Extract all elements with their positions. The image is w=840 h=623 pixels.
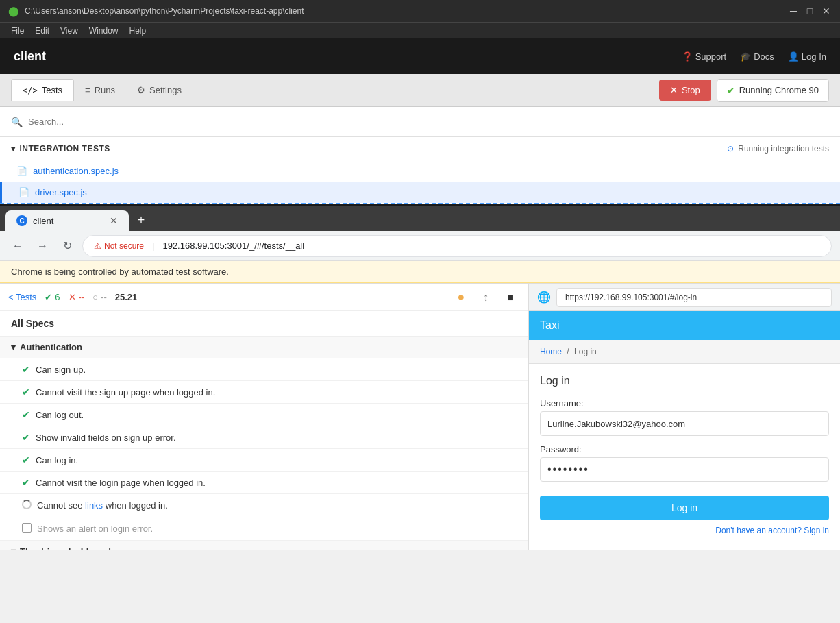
auth-section-header[interactable]: ▾ Authentication <box>0 337 528 358</box>
cypress-back-button[interactable]: < Tests <box>8 292 36 302</box>
driver-section-title: The driver dashboard <box>20 546 111 550</box>
test-label-3: Can log out. <box>36 410 84 420</box>
not-secure-icon: ⚠ Not secure <box>94 241 144 251</box>
section-title: ▾ INTEGRATION TESTS <box>11 144 110 154</box>
login-button[interactable]: Log in <box>540 496 829 520</box>
browser-url-text: https://192.168.99.105:3001/#/log-in <box>565 293 697 302</box>
automated-banner: Chrome is being controlled by automated … <box>0 261 840 283</box>
breadcrumb-page: Log in <box>574 347 597 356</box>
taxi-form: Log in Username: Password: Log in Don't … <box>529 364 840 546</box>
spec-name-driver: driver.spec.js <box>35 187 87 197</box>
cypress-pending-count: ○ -- <box>92 292 107 302</box>
chrome-forward-button[interactable]: → <box>33 236 52 256</box>
tests-icon: </> <box>23 86 38 95</box>
pending-count: -- <box>101 292 107 302</box>
search-input[interactable] <box>28 117 829 127</box>
test-label: Can sign up. <box>36 365 86 375</box>
test-label-7: Cannot see links when logged in. <box>37 500 168 511</box>
running-status: ✔ Running Chrome 90 <box>717 79 829 102</box>
username-group: Username: <box>540 398 829 436</box>
tab-runs-label: Runs <box>95 85 115 95</box>
stop-button[interactable]: ✕ Stop <box>659 80 711 101</box>
tab-tests-label: Tests <box>42 85 62 95</box>
file-icon: 📄 <box>16 166 27 176</box>
inner-content: < Tests ✔ 6 ✕ -- ○ -- 25.21 ● ↕ <box>0 283 840 550</box>
breadcrumb-home[interactable]: Home <box>540 347 562 356</box>
test-can-log-out: ✔ Can log out. <box>0 404 528 426</box>
menu-edit[interactable]: Edit <box>29 25 55 37</box>
chrome-tab-close-button[interactable]: ✕ <box>110 215 118 226</box>
cypress-yellow-dot[interactable]: ● <box>452 288 471 307</box>
close-button[interactable]: ✕ <box>821 5 832 16</box>
spec-name-auth: authentication.spec.js <box>33 166 119 176</box>
chrome-active-tab[interactable]: C client ✕ <box>5 210 129 231</box>
menu-window[interactable]: Window <box>84 25 124 37</box>
circle-icon: ○ <box>92 292 98 302</box>
search-icon: 🔍 <box>11 117 23 127</box>
title-path: C:\Users\anson\Desktop\anson\python\Pych… <box>25 6 788 16</box>
nav-support-label: Support <box>695 51 727 62</box>
test-show-invalid-fields: ✔ Show invalid fields on sign up error. <box>0 426 528 449</box>
cypress-header: < Tests ✔ 6 ✕ -- ○ -- 25.21 ● ↕ <box>0 284 528 311</box>
pass-check-icon-2: ✔ <box>22 387 30 398</box>
password-label: Password: <box>540 444 829 454</box>
browser-toolbar: 🌐 https://192.168.99.105:3001/#/log-in <box>529 284 840 311</box>
spec-authentication[interactable]: 📄 authentication.spec.js <box>0 160 840 182</box>
globe-icon: 🌐 <box>537 291 551 304</box>
cypress-stop-button[interactable]: ■ <box>501 288 520 307</box>
menu-help[interactable]: Help <box>124 25 152 37</box>
window-controls: ─ □ ✕ <box>788 5 832 16</box>
chrome-reload-button[interactable]: ↻ <box>58 236 77 256</box>
nav-login[interactable]: 👤 Log In <box>788 51 826 62</box>
tab-settings[interactable]: ⚙ Settings <box>126 80 193 101</box>
app-icon: ⬤ <box>8 5 19 16</box>
spec-driver[interactable]: 📄 driver.spec.js <box>0 182 840 203</box>
links-link[interactable]: links <box>85 500 103 511</box>
password-input[interactable] <box>540 457 829 482</box>
pass-check-icon-5: ✔ <box>22 454 30 465</box>
driver-section-header[interactable]: ▾ The driver dashboard <box>0 541 528 550</box>
signup-link[interactable]: Don't have an account? Sign in <box>540 526 829 535</box>
minimize-button[interactable]: ─ <box>788 5 799 16</box>
tab-runs[interactable]: ≡ Runs <box>74 80 126 101</box>
integration-tests-section: ▾ INTEGRATION TESTS ⊙ Running integratio… <box>0 137 840 204</box>
maximize-button[interactable]: □ <box>804 5 815 16</box>
chrome-new-tab-button[interactable]: + <box>132 210 151 230</box>
username-label: Username: <box>540 398 829 408</box>
search-bar: 🔍 <box>0 107 840 137</box>
cypress-time: 25.21 <box>115 292 138 302</box>
not-secure-label: Not secure <box>104 241 144 251</box>
username-input[interactable] <box>540 411 829 436</box>
running-label: Running Chrome 90 <box>739 85 819 95</box>
integration-tests-header[interactable]: ▾ INTEGRATION TESTS ⊙ Running integratio… <box>0 137 840 160</box>
nav-docs[interactable]: 🎓 Docs <box>740 51 774 62</box>
check-icon: ✔ <box>45 292 52 302</box>
pass-check-icon: ✔ <box>22 364 30 375</box>
auth-section-title: Authentication <box>20 342 82 352</box>
nav-login-label: Log In <box>802 51 826 62</box>
tabs-bar: </> Tests ≡ Runs ⚙ Settings ✕ Stop ✔ Run… <box>0 74 840 107</box>
chrome-url-bar[interactable]: ⚠ Not secure | 192.168.99.105:3001/_/#/t… <box>82 235 832 257</box>
test-cannot-see-links: Cannot see links when logged in. <box>0 494 528 517</box>
fail-count: -- <box>79 292 85 302</box>
spin-icon <box>22 500 32 511</box>
file-icon-2: 📄 <box>18 187 29 197</box>
section-status-text: Running integration tests <box>738 144 829 154</box>
pass-count: 6 <box>55 292 60 302</box>
running-dot-icon: ⊙ <box>727 144 734 154</box>
status-check-icon: ✔ <box>727 85 735 96</box>
menu-view[interactable]: View <box>55 25 84 37</box>
tab-tests[interactable]: </> Tests <box>11 79 74 101</box>
nav-support[interactable]: ❓ Support <box>682 51 727 62</box>
chrome-back-button[interactable]: ← <box>8 236 27 256</box>
app-nav: ❓ Support 🎓 Docs 👤 Log In <box>682 51 826 62</box>
chrome-tab-title: client <box>33 216 53 226</box>
section-status: ⊙ Running integration tests <box>727 144 829 154</box>
cypress-sort-button[interactable]: ↕ <box>476 288 495 307</box>
form-title: Log in <box>540 375 829 387</box>
menu-file[interactable]: File <box>5 25 29 37</box>
user-icon: 👤 <box>788 51 799 62</box>
taxi-title: Taxi <box>540 319 559 331</box>
title-bar: ⬤ C:\Users\anson\Desktop\anson\python\Py… <box>0 0 840 22</box>
app-logo: client <box>14 49 682 64</box>
